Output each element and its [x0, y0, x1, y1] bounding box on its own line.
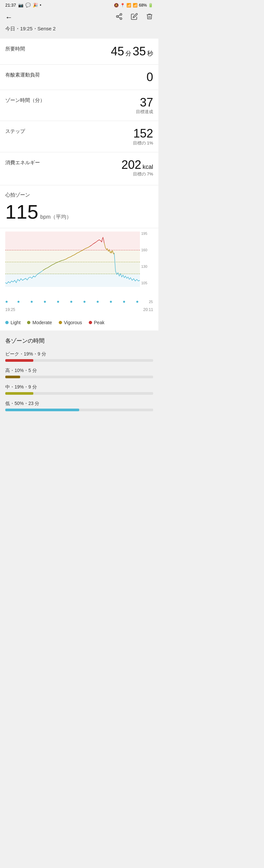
mute-icon: 🔕 [114, 3, 119, 8]
y-label-105: 105 [141, 281, 153, 285]
calories-label: 消費エネルギー [5, 158, 40, 166]
svg-point-16 [136, 301, 138, 303]
signal-icon: 📶 [133, 3, 138, 8]
zone-bar-bg-1 [5, 376, 153, 378]
legend-vigorous: Vigorous [59, 320, 82, 325]
zone-time-value: 37 目標達成 [136, 96, 153, 115]
svg-point-10 [57, 301, 59, 303]
battery-text: 68% [139, 3, 147, 8]
zone-time-sub: 目標達成 [136, 109, 153, 115]
svg-text:25: 25 [149, 300, 153, 304]
svg-point-13 [97, 301, 99, 303]
calories-row: 消費エネルギー 202 kcal 目標の 7% [0, 152, 158, 186]
svg-point-14 [110, 301, 112, 303]
zone-name-0: ピーク・19%・9 分 [5, 351, 153, 357]
status-icons: 🔕 📍 📶 📶 68% 🔋 [114, 3, 153, 8]
zone-name-1: 高・10%・5 分 [5, 368, 153, 374]
bpm-number: 115 [5, 202, 38, 222]
activity-subtitle: 今日・19:25・Sense 2 [0, 26, 158, 39]
chart-area: 195 160 130 105 [5, 231, 153, 298]
svg-point-6 [6, 301, 8, 303]
page-header: ← [0, 9, 158, 26]
wifi-icon: 📶 [126, 3, 131, 8]
back-button[interactable]: ← [5, 13, 12, 22]
time-end: 20:11 [143, 307, 153, 312]
zone-bar-fill-1 [5, 376, 20, 378]
calories-value: 202 kcal 目標の 7% [121, 158, 153, 178]
svg-point-15 [123, 301, 125, 303]
heart-zone-section: 心拍ゾーン 115 bpm（平均） [0, 185, 158, 228]
heart-title: 心拍ゾーン [5, 192, 153, 198]
svg-point-2 [120, 18, 122, 20]
zones-list: ピーク・19%・9 分高・10%・5 分中・19%・9 分低・50%・23 分 [5, 351, 153, 411]
svg-point-9 [44, 301, 46, 303]
chart-legend: Light Moderate Vigorous Peak [0, 316, 158, 331]
legend-dot-peak [89, 321, 92, 324]
dot-indicator: • [40, 3, 41, 8]
steps-label: ステップ [5, 127, 25, 134]
zone-time-number: 37 [136, 96, 153, 109]
y-label-130: 130 [141, 265, 153, 269]
duration-row: 所要時間 45 分 35 秒 [0, 39, 158, 65]
zone-bar-fill-0 [5, 359, 33, 362]
zone-item-0: ピーク・19%・9 分 [5, 351, 153, 362]
calories-sub: 目標の 7% [121, 171, 153, 177]
zones-section: 各ゾーンの時間 ピーク・19%・9 分高・10%・5 分中・19%・9 分低・5… [0, 331, 158, 421]
zone-bar-fill-3 [5, 409, 79, 411]
svg-point-12 [84, 301, 85, 303]
steps-row: ステップ 152 目標の 1% [0, 121, 158, 152]
legend-label-vigorous: Vigorous [64, 320, 82, 325]
zone-bar-fill-2 [5, 392, 33, 395]
zone-bar-bg-2 [5, 392, 153, 395]
edit-button[interactable] [131, 13, 138, 22]
zone-item-1: 高・10%・5 分 [5, 368, 153, 378]
steps-number: 152 [133, 127, 153, 140]
svg-point-11 [70, 301, 72, 303]
legend-peak: Peak [89, 320, 105, 325]
steps-sub: 目標の 1% [133, 140, 153, 146]
zone-time-row: ゾーン時間（分） 37 目標達成 [0, 90, 158, 121]
svg-point-1 [116, 16, 118, 18]
header-actions [116, 13, 153, 22]
delete-button[interactable] [146, 13, 153, 22]
time: 21:37 [5, 3, 16, 8]
calories-number: 202 [121, 158, 141, 172]
zone-item-2: 中・19%・9 分 [5, 384, 153, 395]
y-label-160: 160 [141, 248, 153, 252]
location-icon: 📍 [120, 3, 125, 8]
heart-bpm-display: 115 bpm（平均） [5, 202, 153, 222]
legend-dot-vigorous [59, 321, 62, 324]
legend-dot-light [5, 321, 8, 324]
duration-sec-unit: 秒 [147, 50, 153, 57]
y-axis-labels: 195 160 130 105 [141, 231, 153, 298]
share-button[interactable] [116, 13, 123, 22]
zone-bar-bg-0 [5, 359, 153, 362]
legend-label-moderate: Moderate [32, 320, 52, 325]
zone-item-3: 低・50%・23 分 [5, 401, 153, 411]
aerobic-row: 有酸素運動負荷 0 [0, 65, 158, 90]
celebration-icon: 🎉 [33, 3, 38, 8]
battery-icon: 🔋 [148, 3, 153, 8]
svg-line-3 [118, 17, 120, 18]
time-start: 19:25 [5, 307, 15, 312]
svg-line-4 [118, 15, 120, 16]
zone-bar-bg-3 [5, 409, 153, 411]
duration-min: 45 [111, 44, 124, 58]
status-bar: 21:37 📷 💬 🎉 • 🔕 📍 📶 📶 68% 🔋 [0, 0, 158, 9]
legend-label-peak: Peak [94, 320, 105, 325]
heart-rate-svg [5, 231, 140, 298]
zones-title: 各ゾーンの時間 [5, 337, 153, 345]
zone-name-3: 低・50%・23 分 [5, 401, 153, 407]
message-icon: 💬 [25, 3, 31, 8]
duration-min-unit: 分 [125, 50, 131, 57]
zone-name-2: 中・19%・9 分 [5, 384, 153, 390]
zone-time-label: ゾーン時間（分） [5, 96, 45, 103]
svg-point-8 [31, 301, 33, 303]
aerobic-label: 有酸素運動負荷 [5, 70, 40, 78]
camera-icon: 📷 [18, 3, 23, 8]
aerobic-number: 0 [147, 70, 153, 84]
y-label-195: 195 [141, 231, 153, 236]
bpm-unit: bpm（平均） [40, 214, 71, 221]
duration-sec: 35 [133, 44, 146, 58]
duration-value: 45 分 35 秒 [111, 44, 153, 58]
